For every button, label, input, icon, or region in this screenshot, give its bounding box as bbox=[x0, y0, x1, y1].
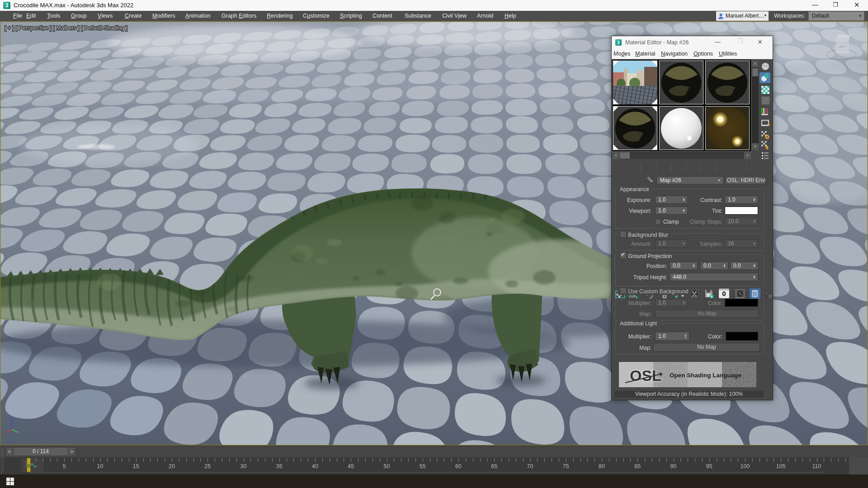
svg-text:Open Shading Language: Open Shading Language bbox=[670, 372, 741, 379]
svg-text:LEFT: LEFT bbox=[838, 45, 847, 49]
svg-text:z: z bbox=[9, 414, 11, 418]
svg-text:[ + ] [ Perspective ] [ Malber: [ + ] [ Perspective ] [ Malbers ] [ Defa… bbox=[5, 25, 127, 31]
